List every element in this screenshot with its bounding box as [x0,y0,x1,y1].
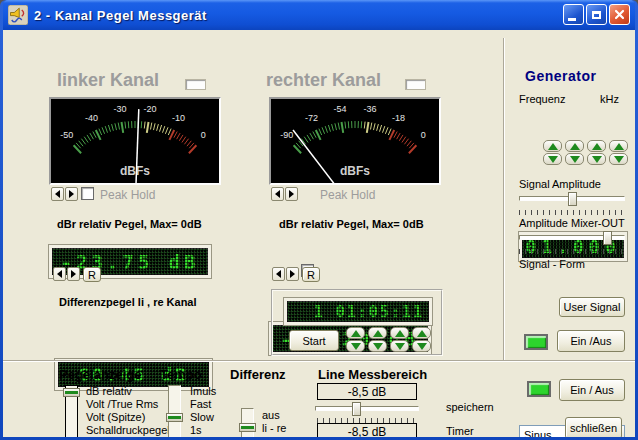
svg-text:-36: -36 [363,104,376,114]
timer-minutes-down-button[interactable] [368,340,387,352]
right-channel-heading: rechter Kanal [266,70,381,91]
slider-track[interactable] [168,385,181,437]
left-range-up-button[interactable] [65,187,78,201]
line-range-value-2: -8,5 dB [317,423,417,437]
user-signal-button[interactable]: User Signal [559,297,625,317]
frequency-unit-label: kHz [600,93,619,105]
option-label: dB relativ [86,385,170,398]
generator-power-button[interactable]: Ein /Aus [557,330,625,352]
right-range-up-button[interactable] [285,187,298,201]
app-icon [8,5,28,25]
option-label: Schalldruckpegel [86,424,170,437]
main-power-button[interactable]: Ein / Aus [559,379,625,401]
option-label: Imuls [190,385,216,398]
svg-text:-40: -40 [85,113,98,123]
down-arrow-icon [373,343,383,350]
option-label: re - li [262,435,286,437]
slider-thumb[interactable] [603,231,612,245]
down-arrow-icon [592,156,602,163]
timer-minutes-up-button[interactable] [368,327,387,339]
signal-amplitude-slider[interactable] [519,192,625,206]
tempo-options: Imuls Fast Slow 1s 2s 10s [190,385,216,437]
right-range-down-button[interactable] [271,187,284,201]
main-power-led [527,381,551,397]
slider-thumb[interactable] [568,192,577,206]
timer-seconds-down-button[interactable] [390,340,409,352]
down-arrow-icon [548,156,558,163]
timer-step-up-button[interactable] [412,327,431,339]
slider-track[interactable] [315,406,419,411]
differenz-slider[interactable] [239,408,257,437]
titlebar: 2 - Kanal Pegel Messgerät [3,0,635,30]
timer-start-button[interactable]: Start [289,330,339,351]
freq-digit2-up-button[interactable] [565,140,584,152]
pegelanzeige-options: dB relativ Volt /True Rms Volt (Spitze) … [86,385,170,437]
timer-seconds-up-button[interactable] [390,327,409,339]
up-arrow-icon [351,330,361,337]
app-window: 2 - Kanal Pegel Messgerät linker Kanal -… [0,0,638,440]
timer-step-down-button[interactable] [412,340,431,352]
pegelanzeige-heading: Pegelanzeige [59,367,141,382]
svg-text:-18: -18 [392,113,405,123]
option-label: li - re [262,422,286,435]
left-dbr-up-button[interactable] [67,267,80,281]
freq-digit2-down-button[interactable] [565,153,584,165]
arrow-right-icon [290,270,295,278]
minimize-button[interactable] [563,4,584,25]
left-dbr-label: dBr relativ Pegel, Max= 0dB [57,218,202,230]
tempo-slider[interactable] [166,385,184,437]
right-dbr-down-button[interactable] [272,267,285,281]
freq-digit1-down-button[interactable] [543,153,562,165]
svg-text:-10: -10 [172,113,185,123]
option-label: aus [262,409,286,422]
slider-thumb[interactable] [166,413,183,422]
up-arrow-icon [548,143,558,150]
mixer-out-slider[interactable] [519,231,625,245]
right-peak-hold-label: Peak Hold [320,188,375,202]
right-meter-range-buttons [271,187,298,201]
arrow-right-icon [71,270,76,278]
tempo-heading: Tempo [160,367,202,382]
arrow-left-icon [55,190,60,198]
line-range-slider-1[interactable] [315,402,419,416]
bottom-divider [3,360,635,362]
left-peak-hold-checkbox[interactable] [81,187,94,200]
freq-digit3-up-button[interactable] [587,140,606,152]
pegelanzeige-slider[interactable] [63,385,81,437]
differenz-options: aus li - re re - li [262,409,286,437]
up-arrow-icon [395,330,405,337]
slider-thumb[interactable] [239,423,256,432]
generator-power-led [524,334,548,350]
left-peak-hold-label: Peak Hold [100,188,155,202]
arrow-right-icon [289,190,294,198]
maximize-icon [592,11,601,19]
right-reset-button[interactable]: R [302,267,320,282]
right-dbr-up-button[interactable] [286,267,299,281]
freq-digit3-down-button[interactable] [587,153,606,165]
freq-digit1-up-button[interactable] [543,140,562,152]
up-arrow-icon [373,330,383,337]
timer-panel: 1 01:05:11 Start [271,289,443,356]
maximize-button[interactable] [586,4,607,25]
freq-digit4-down-button[interactable] [609,153,628,165]
left-range-down-button[interactable] [51,187,64,201]
svg-text:-50: -50 [60,130,73,140]
close-button[interactable] [609,4,630,25]
generator-divider [503,38,505,360]
right-dbr-label: dBr relativ Pegel, Max= 0dB [279,218,424,230]
option-label: Slow [190,411,216,424]
schliessen-button[interactable]: schließen [565,417,622,437]
arrow-left-icon [276,270,281,278]
timer-hours-up-button[interactable] [346,327,365,339]
down-arrow-icon [614,156,624,163]
svg-text:dBFs: dBFs [340,164,370,178]
left-reset-button[interactable]: R [83,267,101,282]
left-dbr-down-button[interactable] [53,267,66,281]
up-arrow-icon [592,143,602,150]
slider-thumb[interactable] [63,388,80,397]
client-area: linker Kanal -50-40-30-20-100dBFs Peak H… [3,30,635,437]
frequency-label: Frequenz [519,93,565,105]
freq-digit4-up-button[interactable] [609,140,628,152]
timer-hours-down-button[interactable] [346,340,365,352]
slider-thumb[interactable] [352,402,361,416]
